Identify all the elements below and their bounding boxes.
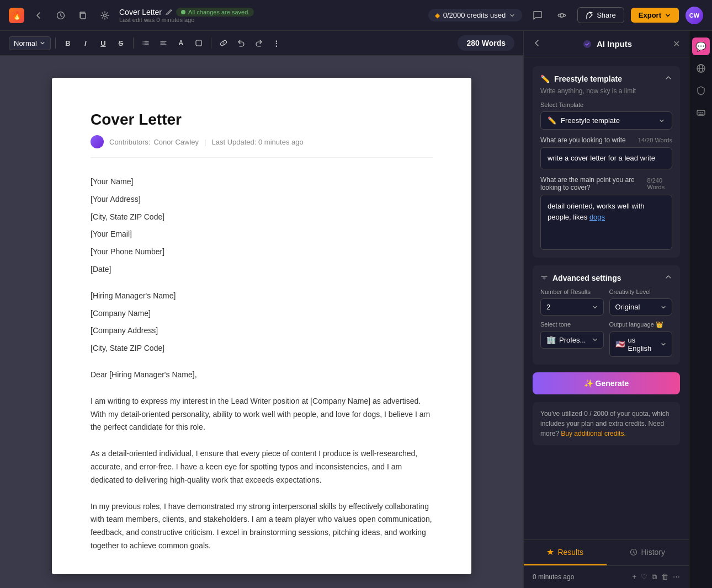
tone-select[interactable]: 🏢 Profes... (540, 331, 604, 349)
user-avatar[interactable]: CW (686, 7, 703, 24)
main-content: Normal B I U S A (0, 31, 712, 588)
credits-text: 0/2000 credits used (443, 11, 506, 19)
history-delete-icon[interactable]: 🗑 (661, 573, 668, 581)
strip-shield-icon[interactable] (692, 82, 710, 99)
save-badge: All changes are saved. (176, 8, 254, 17)
credits-badge[interactable]: ◆ 0/2000 credits used (428, 9, 522, 22)
language-flag: 🇺🇸 (615, 340, 625, 349)
select-template-label: Select Template (540, 101, 672, 108)
bold-button[interactable]: B (60, 35, 76, 51)
editor-wrapper: Normal B I U S A (0, 31, 523, 588)
history-item: 0 minutes ago + ♡ ⧉ 🗑 ⋯ (533, 573, 680, 581)
redo-button[interactable] (251, 35, 267, 51)
what-to-write-label: What are you looking to write 14/20 Word… (540, 136, 672, 144)
export-button[interactable]: Export (631, 8, 679, 23)
history-more-icon[interactable]: ⋯ (673, 573, 680, 581)
ai-panel-close-button[interactable]: ✕ (673, 39, 680, 49)
list-button[interactable] (138, 35, 153, 51)
advanced-chevron[interactable] (665, 273, 672, 283)
generate-button[interactable]: ✨ Generate (533, 372, 680, 394)
link-button[interactable] (216, 35, 231, 51)
highlight-button[interactable] (191, 35, 206, 51)
share-button[interactable]: Share (577, 7, 624, 23)
history-button[interactable] (53, 8, 68, 23)
spacer-5 (91, 491, 433, 500)
text-color-button[interactable]: A (173, 35, 189, 51)
results-field: Number of Results 2 (540, 288, 604, 316)
editor-scroll-area[interactable]: Cover Letter Contributors: Conor Cawley … (0, 56, 523, 588)
template-emoji: ✏️ (548, 116, 556, 125)
advanced-section: Advanced settings Number of Results 2 (533, 265, 680, 365)
topbar-right: ◆ 0/2000 credits used Share Export CW (428, 7, 703, 24)
creativity-field: Creativity Level Original (609, 288, 673, 316)
buy-credits-link[interactable]: Buy additional credits. (561, 430, 625, 437)
strikethrough-button[interactable]: S (113, 35, 129, 51)
spacer-3 (91, 386, 433, 395)
template-select-dropdown[interactable]: ✏️ Freestyle template (540, 111, 672, 130)
quota-info: You've utilized 0 / 2000 of your quota, … (533, 402, 680, 445)
salutation: Dear [Hiring Manager's Name], (91, 368, 433, 382)
advanced-section-header: Advanced settings (540, 273, 672, 283)
line-address: [Your Address] (91, 193, 433, 206)
crown-icon: 👑 (656, 321, 663, 328)
toolbar-divider-2 (133, 38, 134, 49)
results-select[interactable]: 2 (540, 298, 604, 316)
main-points-textarea[interactable]: detail oriented, works well with people,… (540, 195, 672, 250)
history-section: 0 minutes ago + ♡ ⧉ 🗑 ⋯ (524, 565, 689, 588)
underline-button[interactable]: U (95, 35, 111, 51)
panel-tabs: Results History (524, 539, 689, 565)
ai-panel-header: AI Inputs ✕ (524, 31, 689, 57)
tab-results[interactable]: Results (524, 540, 607, 565)
strip-chat-icon[interactable]: 💬 (692, 38, 710, 55)
settings-button[interactable] (97, 8, 113, 23)
back-button[interactable] (31, 8, 46, 23)
undo-button[interactable] (233, 35, 249, 51)
logo-icon[interactable]: 🔥 (9, 8, 24, 23)
strip-keyboard-icon[interactable] (692, 104, 710, 121)
history-heart-icon[interactable]: ♡ (641, 573, 647, 581)
history-icons: + ♡ ⧉ 🗑 ⋯ (632, 573, 680, 581)
toolbar-divider-1 (55, 38, 56, 49)
creativity-select[interactable]: Original (609, 298, 673, 316)
editor-content[interactable]: [Your Name] [Your Address] [City, State … (91, 175, 433, 553)
more-options-button[interactable]: ⋮ (269, 35, 284, 51)
main-points-count: 8/240 Words (647, 177, 672, 190)
italic-button[interactable]: I (78, 35, 93, 51)
contributor-label: Contributors: (109, 138, 150, 146)
ai-panel-body: ✏️ Freestyle template Write anything, no… (524, 57, 689, 539)
company-name: [Company Name] (91, 307, 433, 320)
history-add-icon[interactable]: + (632, 573, 636, 581)
chat-icon[interactable] (529, 7, 546, 24)
svg-rect-5 (196, 40, 201, 46)
template-chevron[interactable] (665, 74, 672, 84)
svg-point-4 (560, 14, 564, 17)
tone-label: Select tone (540, 321, 604, 328)
editor-page: Cover Letter Contributors: Conor Cawley … (52, 78, 471, 574)
what-to-write-input[interactable]: write a cover letter for a lead write (540, 147, 672, 169)
document-title: Cover Letter (91, 111, 433, 129)
style-select[interactable]: Normal (9, 36, 51, 50)
line-email: [Your Email] (91, 228, 433, 241)
creativity-label: Creativity Level (609, 288, 673, 295)
language-field: Output language 👑 🇺🇸 us English (609, 321, 673, 357)
history-copy-icon[interactable]: ⧉ (652, 573, 657, 581)
template-section-header: ✏️ Freestyle template (540, 74, 672, 84)
strip-globe-icon[interactable] (692, 60, 710, 77)
language-select[interactable]: 🇺🇸 us English (609, 332, 673, 357)
copy-button[interactable] (75, 8, 91, 23)
diamond-icon: ◆ (435, 12, 440, 19)
dogs-link[interactable]: dogs (589, 213, 605, 221)
tab-history[interactable]: History (607, 540, 689, 565)
doc-title-text: Cover Letter (119, 8, 162, 17)
company-city: [City, State ZIP Code] (91, 342, 433, 355)
results-label: Number of Results (540, 288, 604, 295)
preview-icon[interactable] (553, 7, 571, 24)
tone-field: Select tone 🏢 Profes... (540, 321, 604, 357)
paragraph-1: I am writing to express my interest in t… (91, 395, 433, 434)
tone-icon: 🏢 (546, 335, 556, 344)
align-button[interactable] (156, 35, 171, 51)
template-section-title: ✏️ Freestyle template (540, 74, 622, 83)
doc-title: Cover Letter All changes are saved. (119, 8, 254, 17)
ai-panel-back-button[interactable] (533, 39, 541, 49)
paragraph-3: In my previous roles, I have demonstrate… (91, 500, 433, 553)
